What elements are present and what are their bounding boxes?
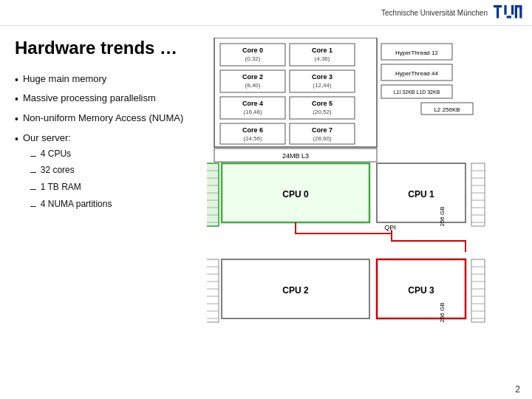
svg-text:Core 2: Core 2 <box>242 73 263 81</box>
svg-text:L2 256KB: L2 256KB <box>434 106 460 113</box>
main-content: Hardware trends … Huge main memory Massi… <box>0 26 532 378</box>
svg-text:Core 4: Core 4 <box>242 100 263 107</box>
svg-rect-6 <box>517 5 519 7</box>
svg-text:CPU 3: CPU 3 <box>408 285 434 296</box>
header: Technische Universität München <box>0 0 532 26</box>
svg-rect-3 <box>507 16 511 18</box>
bullet-item-3: Non-uniform Memory Access (NUMA) <box>15 112 192 127</box>
page-number: 2 <box>515 384 520 395</box>
svg-text:QPI: QPI <box>384 224 396 231</box>
svg-text:HyperThread 44: HyperThread 44 <box>395 70 438 77</box>
sub-bullet-3: 1 TB RAM <box>23 181 112 197</box>
svg-text:Core 1: Core 1 <box>312 47 332 54</box>
svg-text:HyperThread 12: HyperThread 12 <box>395 50 438 56</box>
svg-text:(4,36): (4,36) <box>315 55 330 62</box>
bullet-item-1: Huge main memory <box>15 72 192 88</box>
svg-text:(12,44): (12,44) <box>313 82 332 89</box>
svg-text:256 GB: 256 GB <box>439 302 446 322</box>
svg-rect-59 <box>471 163 485 226</box>
bullet-item-4: Our server: 4 CPUs 32 cores 1 TB RAM 4 N… <box>15 132 192 214</box>
svg-text:Core 7: Core 7 <box>312 126 332 134</box>
left-panel: Hardware trends … Huge main memory Massi… <box>15 38 192 366</box>
svg-text:(28,60): (28,60) <box>313 135 332 142</box>
svg-rect-70 <box>207 259 219 322</box>
sub-bullet-list: 4 CPUs 32 cores 1 TB RAM 4 NUMA partitio… <box>23 148 112 213</box>
svg-text:(16,48): (16,48) <box>243 109 262 115</box>
cpu-diagram: Core 0 (0,32) Core 1 (4,36) Core 2 (8,40… <box>207 38 488 348</box>
right-panel: Core 0 (0,32) Core 1 (4,36) Core 2 (8,40… <box>207 38 517 366</box>
svg-rect-2 <box>504 5 506 15</box>
svg-text:CPU 0: CPU 0 <box>282 189 309 200</box>
bullet-item-2: Massive processing parallelism <box>15 92 192 107</box>
svg-text:Core 0: Core 0 <box>242 47 263 54</box>
svg-rect-1 <box>497 7 499 18</box>
sub-bullet-1: 4 CPUs <box>23 148 112 163</box>
svg-text:24MB L3: 24MB L3 <box>282 152 309 160</box>
svg-text:L1I 32KB  L1D 32KB: L1I 32KB L1D 32KB <box>394 89 440 95</box>
svg-text:Core 3: Core 3 <box>312 73 332 81</box>
svg-text:CPU 1: CPU 1 <box>408 189 434 200</box>
svg-rect-4 <box>511 5 514 15</box>
svg-text:(20,52): (20,52) <box>313 109 332 115</box>
svg-text:(8,40): (8,40) <box>245 82 261 89</box>
svg-rect-0 <box>494 5 502 7</box>
svg-rect-5 <box>515 5 517 18</box>
svg-text:Core 5: Core 5 <box>312 100 332 107</box>
sub-bullet-2: 32 cores <box>23 164 112 180</box>
svg-rect-53 <box>207 163 219 226</box>
sub-bullet-4: 4 NUMA partitions <box>23 198 112 214</box>
svg-text:(0,32): (0,32) <box>245 55 261 62</box>
svg-text:Core 6: Core 6 <box>242 126 263 134</box>
svg-rect-84 <box>471 259 485 322</box>
university-name: Technische Universität München <box>381 9 488 17</box>
svg-text:256 GB: 256 GB <box>439 206 446 226</box>
svg-text:CPU 2: CPU 2 <box>282 285 309 296</box>
page-title: Hardware trends … <box>15 38 192 59</box>
svg-text:(24,56): (24,56) <box>243 135 262 142</box>
bullet-list: Huge main memory Massive processing para… <box>15 72 192 213</box>
svg-rect-8 <box>519 5 522 18</box>
tum-logo <box>494 4 523 21</box>
tum-logo-svg <box>494 4 523 21</box>
